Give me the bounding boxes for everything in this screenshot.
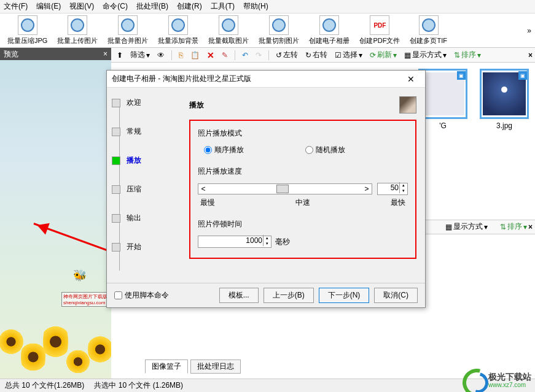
step-start[interactable]: 开始 <box>112 242 176 252</box>
speed-fast-label: 最快 <box>391 198 405 208</box>
preview-header: 预览 × <box>0 48 111 60</box>
next-button[interactable]: 下一步(N) <box>319 288 370 303</box>
swoosh-icon <box>463 371 486 390</box>
dialog-title: 创建电子相册 - 淘淘图片批处理之星正式版 <box>112 74 402 84</box>
album-wizard-dialog: 创建电子相册 - 淘淘图片批处理之星正式版 ✕ 欢迎 常规 播放 压缩 输出 开… <box>106 70 426 308</box>
upload-icon <box>68 15 87 35</box>
speed-mid-label: 中速 <box>295 198 310 208</box>
template-button[interactable]: 模板... <box>219 288 259 303</box>
eye-icon[interactable]: 👁 <box>155 50 166 60</box>
tb-add-bg[interactable]: 批量添加背景 <box>154 14 202 47</box>
tb-album[interactable]: 创建电子相册 <box>305 14 353 47</box>
copy-icon[interactable]: ⎘ <box>177 50 185 60</box>
thumb-image-3: ▣ <box>483 72 526 115</box>
tab-image-basket[interactable]: 图像篮子 <box>145 359 188 374</box>
delete-icon[interactable]: ✕ <box>205 50 216 61</box>
select-button[interactable]: ☑ 选择 ▾ <box>333 49 364 61</box>
tb-crop[interactable]: 批量截取图片 <box>205 14 252 47</box>
bee-icon: 🐝 <box>73 269 87 282</box>
dialog-main: 播放 照片播放模式 顺序播放 随机播放 照片播放速度 < <box>181 88 425 283</box>
tab-batch-log[interactable]: 批处理日志 <box>190 359 241 374</box>
menu-batch[interactable]: 批处理(B) <box>136 1 168 12</box>
nav-up-button[interactable]: ⬆ <box>115 50 125 60</box>
split-icon <box>269 15 289 35</box>
speed-spinner[interactable]: 50 <box>377 183 408 195</box>
merge-icon <box>118 15 138 35</box>
pdf-icon: PDF <box>370 15 389 35</box>
rotate-left-button[interactable]: ↺ 左转 <box>274 49 300 61</box>
slider-thumb[interactable] <box>276 185 289 193</box>
preview-close-icon[interactable]: × <box>103 50 107 58</box>
brand-logo: 极光下载站 www.xz7.com <box>463 371 531 390</box>
sunflowers <box>0 299 111 379</box>
prev-button[interactable]: 上一步(B) <box>264 288 314 303</box>
dialog-titlebar: 创建电子相册 - 淘淘图片批处理之星正式版 ✕ <box>107 71 425 88</box>
step-playback[interactable]: 播放 <box>112 155 176 166</box>
compress-icon <box>18 15 37 35</box>
tb-merge[interactable]: 批量合并图片 <box>104 14 152 47</box>
sort-button-2[interactable]: ⇅ 排序 ▾ <box>498 221 529 233</box>
thumb-item-2[interactable]: ▣ 'G <box>418 69 467 130</box>
pause-time-input[interactable]: 1000 <box>198 236 271 248</box>
panel-close-icon-2[interactable]: × <box>528 223 533 231</box>
filter-button[interactable]: 筛选 ▾ <box>128 49 152 61</box>
speed-slider[interactable]: < > <box>198 183 372 194</box>
tb-tif[interactable]: 创建多页TIF <box>406 14 451 47</box>
redo-icon[interactable]: ↷ <box>254 50 264 60</box>
step-output[interactable]: 输出 <box>112 213 176 223</box>
tif-icon <box>419 15 439 35</box>
slider-left-icon[interactable]: < <box>198 185 208 193</box>
refresh-button[interactable]: ⟳ 刷新 ▾ <box>368 49 399 61</box>
tb-pdf[interactable]: PDF创建PDF文件 <box>356 14 404 47</box>
display-mode-button-2[interactable]: ▦ 显示方式 ▾ <box>443 221 490 233</box>
thumb-name-3: 3.jpg <box>480 121 529 130</box>
playback-speed-label: 照片播放速度 <box>198 166 408 177</box>
preview-title: 预览 <box>4 49 18 60</box>
menu-file[interactable]: 文件(F) <box>4 1 28 12</box>
menu-tools[interactable]: 工具(T) <box>211 1 235 12</box>
tb-chevrons[interactable]: » <box>527 26 531 35</box>
speed-slow-label: 最慢 <box>200 198 215 208</box>
undo-icon[interactable]: ↶ <box>240 50 250 60</box>
sort-button[interactable]: ⇅ 排序 ▾ <box>452 49 483 61</box>
bottom-tabs: 图像篮子 批处理日志 <box>145 359 241 374</box>
slider-right-icon[interactable]: > <box>362 185 372 193</box>
tb-split[interactable]: 批量切割图片 <box>255 14 303 47</box>
thumb-name-2: 'G <box>418 121 467 130</box>
menu-cmd[interactable]: 命令(C) <box>103 1 128 12</box>
main-toolbar: 批量压缩JPG 批量上传图片 批量合并图片 批量添加背景 批量截取图片 批量切割… <box>0 13 535 48</box>
radio-sequential[interactable]: 顺序播放 <box>204 145 244 155</box>
use-script-checkbox[interactable]: 使用脚本命令 <box>114 290 214 301</box>
menu-help[interactable]: 帮助(H) <box>243 1 268 12</box>
status-selected: 共选中 10 个文件 (1.26MB) <box>94 380 183 391</box>
preview-image: 🐝 神奇网页图片下载版 shenqixiangsu.com <box>0 60 111 379</box>
step-general[interactable]: 常规 <box>112 126 176 137</box>
brand-name: 极光下载站 <box>488 372 531 382</box>
playback-mode-label: 照片播放模式 <box>198 128 408 139</box>
radio-random[interactable]: 随机播放 <box>305 145 345 155</box>
crop-icon <box>219 15 238 35</box>
panel-close-icon[interactable]: × <box>528 51 533 60</box>
tb-upload[interactable]: 批量上传图片 <box>53 14 101 47</box>
thumb-item-3[interactable]: ▣ 3.jpg <box>480 69 529 130</box>
display-mode-button[interactable]: ▦ 显示方式 ▾ <box>402 49 448 61</box>
menu-create[interactable]: 创建(R) <box>177 1 202 12</box>
dialog-footer: 使用脚本命令 模板... 上一步(B) 下一步(N) 取消(C) <box>107 283 425 307</box>
step-compress[interactable]: 压缩 <box>112 184 176 194</box>
avatar-icon <box>399 96 416 113</box>
menubar: 文件(F) 编辑(E) 视图(V) 命令(C) 批处理(B) 创建(R) 工具(… <box>0 0 535 13</box>
step-welcome[interactable]: 欢迎 <box>112 98 176 108</box>
rotate-right-button[interactable]: ↻ 右转 <box>303 49 329 61</box>
cancel-button[interactable]: 取消(C) <box>374 288 418 303</box>
status-total: 总共 10 个文件(1.26MB) <box>5 380 84 391</box>
thumb-image-2: ▣ <box>421 72 464 115</box>
statusbar: 总共 10 个文件(1.26MB) 共选中 10 个文件 (1.26MB) <box>0 379 535 392</box>
badge-icon: ▣ <box>518 71 527 80</box>
menu-view[interactable]: 视图(V) <box>69 1 94 12</box>
menu-edit[interactable]: 编辑(E) <box>36 1 61 12</box>
annotation-arrow <box>33 223 111 283</box>
tool-icon[interactable]: ✎ <box>220 50 230 60</box>
dialog-close-button[interactable]: ✕ <box>402 74 420 84</box>
tb-compress-jpg[interactable]: 批量压缩JPG <box>4 14 51 47</box>
paste-icon[interactable]: 📋 <box>189 50 201 60</box>
